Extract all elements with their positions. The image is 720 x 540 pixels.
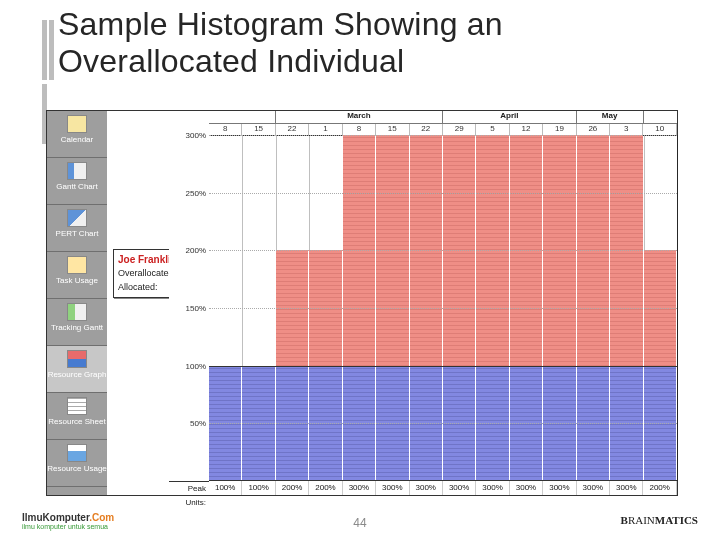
y-tick: 200% bbox=[186, 246, 206, 255]
sidebar-item-calendar[interactable]: Calendar bbox=[47, 111, 107, 158]
peak-cell: 100% bbox=[209, 481, 242, 495]
g-trk-icon bbox=[67, 303, 87, 321]
g-cal-icon bbox=[67, 115, 87, 133]
logo-brainmatics: BRAINMATICS bbox=[621, 514, 698, 526]
peak-units-label: Peak Units: bbox=[169, 481, 209, 495]
g-rgraph-icon bbox=[67, 350, 87, 368]
peak-cell: 300% bbox=[376, 481, 409, 495]
month-header: April bbox=[443, 111, 577, 123]
sidebar-item-resource-graph[interactable]: Resource Graph bbox=[47, 346, 107, 393]
peak-cell: 300% bbox=[343, 481, 376, 495]
resource-name-column: Joe Franklin Overallocated:Allocated: bbox=[107, 111, 171, 495]
peak-cell: 200% bbox=[643, 481, 676, 495]
peak-cell: 300% bbox=[610, 481, 643, 495]
sidebar-item-label: Resource Usage bbox=[47, 464, 107, 473]
peak-cell: 300% bbox=[410, 481, 443, 495]
peak-cell: 300% bbox=[577, 481, 610, 495]
y-tick: 50% bbox=[190, 419, 206, 428]
g-gantt-icon bbox=[67, 162, 87, 180]
peak-cell: 300% bbox=[510, 481, 543, 495]
sidebar-item-label: Tracking Gantt bbox=[51, 323, 103, 332]
y-tick: 300% bbox=[186, 131, 206, 140]
peak-cell: 300% bbox=[443, 481, 476, 495]
sidebar-item-pert-chart[interactable]: PERT Chart bbox=[47, 205, 107, 252]
g-task-icon bbox=[67, 256, 87, 274]
sidebar-item-resource-usage[interactable]: Resource Usage bbox=[47, 440, 107, 487]
view-sidebar: CalendarGantt ChartPERT ChartTask UsageT… bbox=[47, 111, 108, 495]
g-ruse-icon bbox=[67, 444, 87, 462]
y-tick: 150% bbox=[186, 304, 206, 313]
peak-cell: 200% bbox=[309, 481, 342, 495]
sidebar-item-resource-sheet[interactable]: Resource Sheet bbox=[47, 393, 107, 440]
sidebar-item-label: PERT Chart bbox=[56, 229, 99, 238]
peak-cell: 300% bbox=[543, 481, 576, 495]
sidebar-item-label: Gantt Chart bbox=[56, 182, 97, 191]
month-header: May bbox=[577, 111, 644, 123]
sidebar-item-label: Task Usage bbox=[56, 276, 98, 285]
logo-ilmukomputer: IlmuKomputer.Com ilmu komputer untuk sem… bbox=[22, 512, 114, 530]
peak-units-row: 100%100%200%200%300%300%300%300%300%300%… bbox=[209, 480, 677, 495]
sidebar-item-label: Resource Graph bbox=[48, 370, 107, 379]
peak-cell: 100% bbox=[242, 481, 275, 495]
month-header bbox=[209, 111, 276, 123]
sidebar-item-gantt-chart[interactable]: Gantt Chart bbox=[47, 158, 107, 205]
histogram-chart: MarchAprilMay 81522181522295121926310 50… bbox=[169, 111, 677, 495]
y-axis: 50%100%150%200%250%300% bbox=[169, 135, 209, 481]
g-rsheet-icon bbox=[67, 397, 87, 415]
month-header: March bbox=[276, 111, 443, 123]
title-decoration bbox=[42, 20, 62, 80]
sidebar-item-label: Calendar bbox=[61, 135, 93, 144]
sidebar-item-label: Resource Sheet bbox=[48, 417, 105, 426]
sidebar-item-task-usage[interactable]: Task Usage bbox=[47, 252, 107, 299]
screenshot-frame: CalendarGantt ChartPERT ChartTask UsageT… bbox=[46, 110, 678, 496]
sidebar-item-tracking-gantt[interactable]: Tracking Gantt bbox=[47, 299, 107, 346]
peak-cell: 200% bbox=[276, 481, 309, 495]
peak-cell: 300% bbox=[476, 481, 509, 495]
y-tick: 100% bbox=[186, 361, 206, 370]
y-tick: 250% bbox=[186, 188, 206, 197]
g-pert-icon bbox=[67, 209, 87, 227]
plot-area: 50%100%150%200%250%300% bbox=[209, 135, 677, 481]
timeline-header: MarchAprilMay 81522181522295121926310 bbox=[209, 111, 677, 136]
slide-title: Sample Histogram Showing an Overallocate… bbox=[58, 6, 702, 80]
